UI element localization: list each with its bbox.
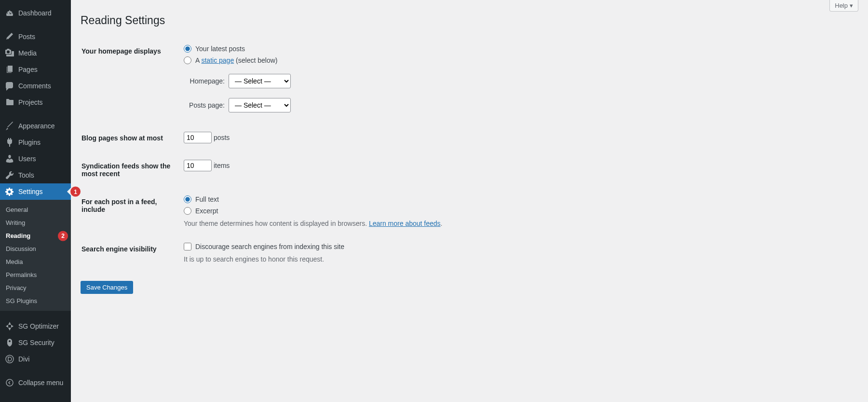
wrench-icon xyxy=(5,170,14,180)
pin-icon xyxy=(5,32,14,42)
radio-static-label: A static page (select below) xyxy=(195,56,277,64)
settings-icon xyxy=(5,187,14,196)
learn-more-feeds-link[interactable]: Learn more about feeds xyxy=(369,220,441,227)
radio-fulltext-label: Full text xyxy=(195,195,219,203)
sidebar-label: SG Security xyxy=(18,339,54,347)
submenu-general[interactable]: General xyxy=(0,203,71,216)
radio-excerpt-label: Excerpt xyxy=(195,207,218,215)
homepage-select[interactable]: — Select — xyxy=(229,74,291,88)
page-icon xyxy=(5,65,14,74)
dashboard-icon xyxy=(5,8,14,18)
sidebar-label: Appearance xyxy=(18,122,55,130)
submenu-discussion[interactable]: Discussion xyxy=(0,242,71,255)
divi-icon xyxy=(5,354,14,364)
help-label: Help xyxy=(835,2,848,9)
radio-latest-label: Your latest posts xyxy=(195,45,245,53)
sidebar-item-tools[interactable]: Tools xyxy=(0,167,71,183)
sidebar-label: Posts xyxy=(18,33,35,41)
user-icon xyxy=(5,154,14,164)
radio-fulltext[interactable] xyxy=(184,195,191,203)
homepage-displays-label: Your homepage displays xyxy=(81,38,178,124)
sidebar-item-dashboard[interactable]: Dashboard xyxy=(0,5,71,21)
syndication-label: Syndication feeds show the most recent xyxy=(81,152,178,187)
sidebar-label: Tools xyxy=(18,171,34,179)
settings-submenu: General Writing Reading 2 Discussion Med… xyxy=(0,200,71,311)
discourage-checkbox[interactable] xyxy=(184,243,191,250)
submenu-reading[interactable]: Reading 2 xyxy=(0,229,71,242)
sidebar-label: Projects xyxy=(18,98,43,106)
feed-description: Your theme determines how content is dis… xyxy=(184,220,853,227)
blog-pages-input[interactable] xyxy=(184,132,212,143)
submenu-privacy[interactable]: Privacy xyxy=(0,281,71,294)
sidebar-label: Divi xyxy=(18,355,29,363)
sidebar-item-users[interactable]: Users xyxy=(0,151,71,167)
radio-static-page[interactable] xyxy=(184,56,191,64)
help-button[interactable]: Help ▾ xyxy=(829,0,858,12)
syndication-input[interactable] xyxy=(184,160,212,171)
postspage-select[interactable]: — Select — xyxy=(229,98,291,112)
portfolio-icon xyxy=(5,97,14,107)
sidebar-item-projects[interactable]: Projects xyxy=(0,94,71,111)
sidebar-item-comments[interactable]: Comments xyxy=(0,78,71,94)
sidebar-item-pages[interactable]: Pages xyxy=(0,61,71,78)
sidebar-label: Settings xyxy=(18,188,43,195)
items-suffix: items xyxy=(214,162,230,169)
search-visibility-label: Search engine visibility xyxy=(81,236,178,270)
sidebar-item-settings[interactable]: Settings 1 xyxy=(0,183,71,200)
sidebar-label: Media xyxy=(18,49,37,57)
sidebar-label: Users xyxy=(18,155,36,163)
sidebar-label: Collapse menu xyxy=(18,379,63,387)
submenu-permalinks[interactable]: Permalinks xyxy=(0,268,71,281)
static-page-link[interactable]: static page xyxy=(201,56,234,64)
sidebar-item-media[interactable]: Media xyxy=(0,45,71,61)
plug-icon xyxy=(5,138,14,147)
sg-optimizer-icon xyxy=(5,321,14,331)
submenu-media[interactable]: Media xyxy=(0,255,71,268)
blog-pages-label: Blog pages show at most xyxy=(81,125,178,152)
media-icon xyxy=(5,48,14,58)
badge-reading: 2 xyxy=(58,231,68,241)
sidebar-item-appearance[interactable]: Appearance xyxy=(0,118,71,134)
posts-suffix: posts xyxy=(214,134,230,141)
sidebar-label: SG Optimizer xyxy=(18,322,59,330)
main-content: Help ▾ Reading Settings Your homepage di… xyxy=(71,0,868,402)
badge-settings: 1 xyxy=(70,187,81,197)
submenu-label: Reading xyxy=(6,232,30,239)
sidebar-item-collapse[interactable]: Collapse menu xyxy=(0,374,71,391)
comment-icon xyxy=(5,81,14,91)
admin-sidebar: Dashboard Posts Media Pages Comments Pro… xyxy=(0,0,71,402)
svg-point-1 xyxy=(6,379,13,386)
sidebar-label: Comments xyxy=(18,82,51,90)
security-icon xyxy=(5,338,14,347)
discourage-label: Discourage search engines from indexing … xyxy=(195,243,344,250)
sidebar-item-plugins[interactable]: Plugins xyxy=(0,134,71,151)
submenu-writing[interactable]: Writing xyxy=(0,216,71,229)
brush-icon xyxy=(5,121,14,131)
sidebar-label: Plugins xyxy=(18,139,41,146)
radio-latest-posts[interactable] xyxy=(184,45,191,53)
save-button[interactable]: Save Changes xyxy=(81,281,133,294)
discourage-description: It is up to search engines to honor this… xyxy=(184,255,853,263)
postspage-select-label: Posts page: xyxy=(184,101,225,109)
sidebar-item-sg-optimizer[interactable]: SG Optimizer xyxy=(0,318,71,334)
sidebar-item-divi[interactable]: Divi xyxy=(0,351,71,367)
sidebar-item-sg-security[interactable]: SG Security xyxy=(0,334,71,351)
radio-excerpt[interactable] xyxy=(184,207,191,215)
sidebar-label: Pages xyxy=(18,66,38,73)
page-title: Reading Settings xyxy=(81,10,858,27)
homepage-select-label: Homepage: xyxy=(184,77,225,85)
svg-point-0 xyxy=(6,355,14,363)
collapse-icon xyxy=(5,378,14,388)
sidebar-item-posts[interactable]: Posts xyxy=(0,28,71,45)
sidebar-label: Dashboard xyxy=(18,9,52,17)
caret-down-icon: ▾ xyxy=(850,2,853,9)
feed-include-label: For each post in a feed, include xyxy=(81,188,178,235)
submenu-sg-plugins[interactable]: SG Plugins xyxy=(0,294,71,307)
